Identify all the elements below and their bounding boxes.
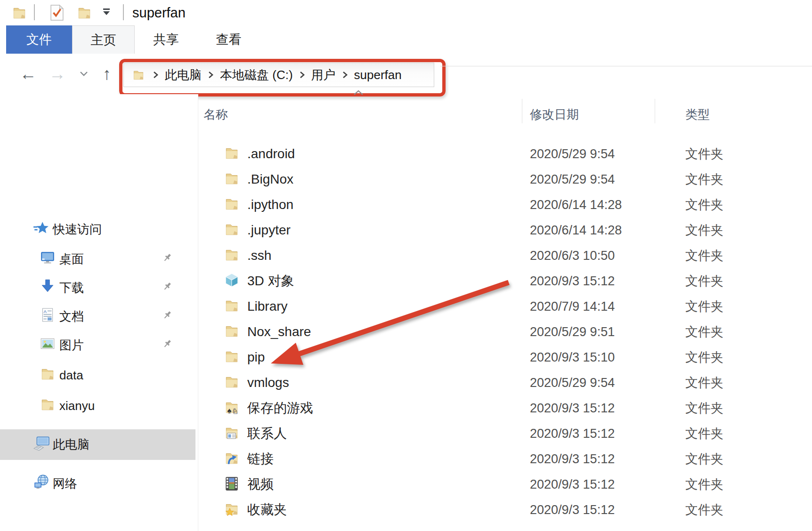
pin-icon xyxy=(162,339,173,349)
sidebar-item-documents[interactable]: A 文档 xyxy=(0,303,195,330)
sidebar-item-label: 网络 xyxy=(53,475,77,492)
breadcrumb-item[interactable]: 本地磁盘 (C:) xyxy=(220,67,293,83)
sidebar-item-data[interactable]: data xyxy=(0,362,195,388)
file-row[interactable]: ♠ ♘ 保存的游戏 2020/9/3 15:12 文件夹 xyxy=(198,395,812,421)
column-header-type[interactable]: 类型 xyxy=(685,103,710,126)
file-date-modified: 2020/7/9 14:14 xyxy=(530,299,615,314)
file-type: 文件夹 xyxy=(685,374,723,391)
file-date-modified: 2020/9/3 15:12 xyxy=(530,452,615,467)
sidebar-item-this-pc[interactable]: 此电脑 xyxy=(0,429,195,460)
documents-icon: A xyxy=(40,307,56,323)
ribbon-tab-bar: 文件主页共享查看 xyxy=(6,25,260,54)
folder-icon xyxy=(224,221,240,237)
file-name: .BigNox xyxy=(247,172,293,187)
file-name: .ssh xyxy=(247,248,271,263)
folder-icon xyxy=(224,348,240,364)
forward-button[interactable]: → xyxy=(49,54,66,94)
folder-icon xyxy=(224,247,240,263)
file-row[interactable]: Nox_share 2020/5/29 9:51 文件夹 xyxy=(198,319,812,345)
sidebar-item-desktop[interactable]: 桌面 xyxy=(0,246,195,272)
file-row[interactable]: pip 2020/9/3 15:10 文件夹 xyxy=(198,345,812,370)
chevron-down-icon xyxy=(79,71,89,77)
up-arrow-icon: ↑ xyxy=(103,65,111,82)
contacts-icon xyxy=(224,425,240,441)
file-row[interactable]: 收藏夹 2020/9/3 15:12 文件夹 xyxy=(198,497,812,523)
column-separator[interactable] xyxy=(522,99,522,123)
pin-icon xyxy=(162,282,173,292)
file-row[interactable]: vmlogs 2020/5/29 9:54 文件夹 xyxy=(198,370,812,395)
back-button[interactable]: ← xyxy=(20,54,37,94)
sidebar-item-downloads[interactable]: 下载 xyxy=(0,274,195,301)
file-type: 文件夹 xyxy=(685,222,723,239)
window-title: superfan xyxy=(132,0,186,25)
file-type: 文件夹 xyxy=(685,145,723,162)
file-type: 文件夹 xyxy=(685,171,723,188)
file-row[interactable]: Library 2020/7/9 14:14 文件夹 xyxy=(198,294,812,319)
folder-icon xyxy=(40,396,56,412)
folder-icon xyxy=(224,374,240,390)
recent-button[interactable] xyxy=(79,54,89,94)
file-row[interactable]: .ssh 2020/6/3 10:50 文件夹 xyxy=(198,243,812,268)
file-name: 保存的游戏 xyxy=(247,399,313,417)
tab-view[interactable]: 查看 xyxy=(197,25,260,54)
checked-document-icon xyxy=(50,4,64,22)
column-header-date-modified[interactable]: 修改日期 xyxy=(530,103,579,126)
folder-icon xyxy=(224,323,240,339)
sidebar-item-pictures[interactable]: 图片 xyxy=(0,332,195,358)
up-button[interactable]: ↑ xyxy=(103,54,111,94)
pin-icon xyxy=(162,253,173,263)
tab-home[interactable]: 主页 xyxy=(72,25,135,54)
pin-icon xyxy=(162,310,173,321)
svg-text:♘: ♘ xyxy=(232,407,238,415)
titlebar-separator xyxy=(34,4,35,20)
file-date-modified: 2020/9/3 15:12 xyxy=(530,477,615,492)
sidebar-item-label: data xyxy=(59,368,83,383)
file-date-modified: 2020/5/29 9:54 xyxy=(530,172,615,187)
file-date-modified: 2020/5/29 9:51 xyxy=(530,325,615,339)
sidebar-item-quick-access[interactable]: 快速访问 xyxy=(0,216,195,242)
pictures-icon xyxy=(40,336,56,352)
sidebar-item-xianyu[interactable]: xianyu xyxy=(0,393,195,419)
toolbar-dropdown-icon[interactable] xyxy=(103,8,110,15)
file-row[interactable]: .ipython 2020/6/14 14:28 文件夹 xyxy=(198,192,812,217)
tab-share[interactable]: 共享 xyxy=(135,25,197,54)
cube-3d-icon xyxy=(224,272,240,288)
file-row[interactable]: .android 2020/5/29 9:54 文件夹 xyxy=(198,141,812,167)
file-row[interactable]: 链接 2020/9/3 15:12 文件夹 xyxy=(198,446,812,472)
file-row[interactable]: 视频 2020/9/3 15:12 文件夹 xyxy=(198,472,812,497)
file-name: .android xyxy=(247,146,295,161)
file-row[interactable]: 3D 对象 2020/9/3 15:12 文件夹 xyxy=(198,268,812,294)
folder-icon xyxy=(224,170,240,186)
back-arrow-icon: ← xyxy=(20,65,37,82)
forward-arrow-icon: → xyxy=(49,65,66,82)
file-row[interactable]: .BigNox 2020/5/29 9:54 文件夹 xyxy=(198,167,812,192)
qat-folder-button[interactable] xyxy=(11,0,27,25)
sidebar-item-network[interactable]: 网络 xyxy=(0,470,195,497)
breadcrumb-chevron-icon xyxy=(153,70,159,80)
breadcrumb-chevron-icon xyxy=(208,70,214,80)
file-type: 文件夹 xyxy=(685,425,723,442)
file-type: 文件夹 xyxy=(685,323,723,340)
file-row[interactable]: 联系人 2020/9/3 15:12 文件夹 xyxy=(198,421,812,446)
file-type: 文件夹 xyxy=(685,476,723,493)
file-type: 文件夹 xyxy=(685,451,723,467)
column-separator[interactable] xyxy=(655,99,655,123)
file-type: 文件夹 xyxy=(685,349,723,366)
file-name: 收藏夹 xyxy=(247,501,287,519)
address-bar[interactable]: 此电脑 本地磁盘 (C:) 用户 superfan xyxy=(123,63,434,87)
file-type: 文件夹 xyxy=(685,501,723,518)
svg-text:♠: ♠ xyxy=(227,406,231,415)
file-row[interactable]: .jupyter 2020/6/14 14:28 文件夹 xyxy=(198,217,812,243)
file-name: .ipython xyxy=(247,197,293,212)
breadcrumb-item[interactable]: 此电脑 xyxy=(165,67,202,83)
file-date-modified: 2020/9/3 15:12 xyxy=(530,274,615,289)
sidebar-item-label: 此电脑 xyxy=(53,436,89,453)
folder-icon xyxy=(132,68,145,81)
breadcrumb-item[interactable]: superfan xyxy=(354,68,402,82)
breadcrumb-item[interactable]: 用户 xyxy=(311,67,336,83)
qat-properties-button[interactable] xyxy=(50,0,64,25)
qat-new-folder-button[interactable] xyxy=(76,0,92,25)
quick-access-icon xyxy=(33,220,49,236)
tab-file[interactable]: 文件 xyxy=(6,25,72,54)
column-header-name[interactable]: 名称 xyxy=(203,103,228,126)
